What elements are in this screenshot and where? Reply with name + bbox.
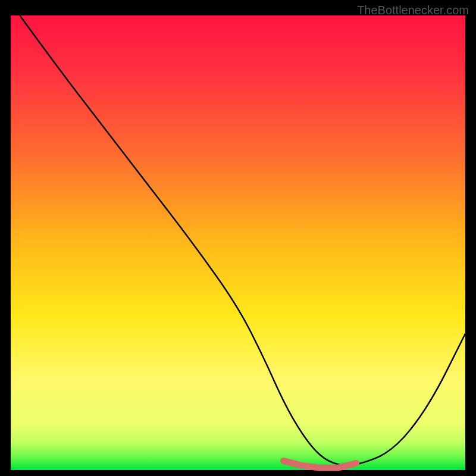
chart-svg	[0, 0, 476, 476]
chart-background	[11, 15, 465, 470]
watermark-text: TheBottlenecker.com	[357, 4, 469, 17]
chart-container: TheBottlenecker.com	[0, 0, 476, 476]
